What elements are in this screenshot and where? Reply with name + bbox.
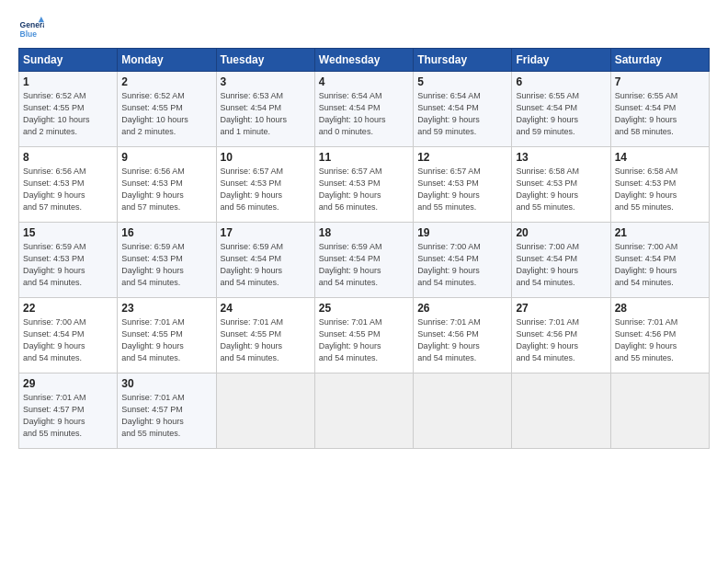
day-detail: Sunrise: 7:00 AM Sunset: 4:54 PM Dayligh… bbox=[516, 241, 606, 289]
day-detail: Sunrise: 6:58 AM Sunset: 4:53 PM Dayligh… bbox=[615, 166, 705, 213]
header: General Blue bbox=[18, 17, 710, 42]
day-detail: Sunrise: 7:01 AM Sunset: 4:57 PM Dayligh… bbox=[121, 392, 211, 440]
day-detail: Sunrise: 6:55 AM Sunset: 4:54 PM Dayligh… bbox=[615, 90, 705, 138]
day-cell bbox=[610, 373, 709, 449]
day-cell: 11Sunrise: 6:57 AM Sunset: 4:53 PM Dayli… bbox=[314, 147, 413, 223]
day-cell: 23Sunrise: 7:01 AM Sunset: 4:55 PM Dayli… bbox=[118, 298, 216, 373]
day-number: 20 bbox=[516, 226, 606, 239]
day-number: 27 bbox=[516, 302, 606, 315]
day-number: 18 bbox=[319, 226, 409, 239]
day-number: 19 bbox=[417, 226, 507, 239]
day-cell: 24Sunrise: 7:01 AM Sunset: 4:55 PM Dayli… bbox=[216, 298, 314, 373]
day-cell: 4Sunrise: 6:54 AM Sunset: 4:54 PM Daylig… bbox=[314, 72, 413, 147]
day-number: 1 bbox=[23, 75, 113, 88]
day-cell: 30Sunrise: 7:01 AM Sunset: 4:57 PM Dayli… bbox=[118, 373, 216, 449]
day-cell: 9Sunrise: 6:56 AM Sunset: 4:53 PM Daylig… bbox=[118, 147, 216, 223]
day-detail: Sunrise: 6:54 AM Sunset: 4:54 PM Dayligh… bbox=[417, 90, 507, 138]
week-row-4: 22Sunrise: 7:00 AM Sunset: 4:54 PM Dayli… bbox=[19, 298, 710, 373]
day-detail: Sunrise: 6:56 AM Sunset: 4:53 PM Dayligh… bbox=[23, 166, 113, 213]
day-number: 16 bbox=[121, 226, 211, 239]
day-number: 15 bbox=[23, 226, 113, 239]
logo: General Blue bbox=[18, 17, 48, 42]
day-cell bbox=[314, 373, 413, 449]
col-header-thursday: Thursday bbox=[414, 49, 512, 72]
day-cell: 16Sunrise: 6:59 AM Sunset: 4:53 PM Dayli… bbox=[118, 223, 216, 298]
week-row-3: 15Sunrise: 6:59 AM Sunset: 4:53 PM Dayli… bbox=[19, 223, 710, 298]
day-cell: 29Sunrise: 7:01 AM Sunset: 4:57 PM Dayli… bbox=[19, 373, 118, 449]
day-cell: 2Sunrise: 6:52 AM Sunset: 4:55 PM Daylig… bbox=[118, 72, 216, 147]
day-cell: 14Sunrise: 6:58 AM Sunset: 4:53 PM Dayli… bbox=[610, 147, 709, 223]
day-detail: Sunrise: 6:53 AM Sunset: 4:54 PM Dayligh… bbox=[221, 90, 311, 138]
day-detail: Sunrise: 7:01 AM Sunset: 4:55 PM Dayligh… bbox=[319, 316, 409, 364]
day-detail: Sunrise: 6:52 AM Sunset: 4:55 PM Dayligh… bbox=[121, 90, 211, 138]
col-header-monday: Monday bbox=[118, 49, 216, 72]
day-cell: 12Sunrise: 6:57 AM Sunset: 4:53 PM Dayli… bbox=[414, 147, 512, 223]
day-number: 8 bbox=[23, 151, 113, 164]
day-cell bbox=[216, 373, 314, 449]
day-cell: 25Sunrise: 7:01 AM Sunset: 4:55 PM Dayli… bbox=[314, 298, 413, 373]
day-number: 2 bbox=[121, 75, 211, 88]
day-number: 26 bbox=[417, 302, 507, 315]
day-detail: Sunrise: 7:01 AM Sunset: 4:56 PM Dayligh… bbox=[615, 316, 705, 364]
calendar-header: SundayMondayTuesdayWednesdayThursdayFrid… bbox=[19, 49, 710, 72]
day-number: 25 bbox=[319, 302, 409, 315]
day-cell: 15Sunrise: 6:59 AM Sunset: 4:53 PM Dayli… bbox=[19, 223, 118, 298]
day-number: 11 bbox=[319, 151, 409, 164]
day-number: 30 bbox=[121, 377, 211, 390]
day-detail: Sunrise: 6:57 AM Sunset: 4:53 PM Dayligh… bbox=[319, 166, 409, 213]
day-detail: Sunrise: 6:57 AM Sunset: 4:53 PM Dayligh… bbox=[221, 166, 311, 213]
day-number: 9 bbox=[121, 151, 211, 164]
day-detail: Sunrise: 6:54 AM Sunset: 4:54 PM Dayligh… bbox=[319, 90, 409, 138]
day-detail: Sunrise: 7:01 AM Sunset: 4:57 PM Dayligh… bbox=[23, 392, 113, 440]
day-number: 13 bbox=[516, 151, 606, 164]
col-header-sunday: Sunday bbox=[19, 49, 118, 72]
day-cell: 6Sunrise: 6:55 AM Sunset: 4:54 PM Daylig… bbox=[512, 72, 610, 147]
day-cell: 3Sunrise: 6:53 AM Sunset: 4:54 PM Daylig… bbox=[216, 72, 314, 147]
day-cell: 21Sunrise: 7:00 AM Sunset: 4:54 PM Dayli… bbox=[610, 223, 709, 298]
week-row-5: 29Sunrise: 7:01 AM Sunset: 4:57 PM Dayli… bbox=[19, 373, 710, 449]
day-detail: Sunrise: 6:59 AM Sunset: 4:54 PM Dayligh… bbox=[319, 241, 409, 289]
day-detail: Sunrise: 7:00 AM Sunset: 4:54 PM Dayligh… bbox=[417, 241, 507, 289]
svg-marker-2 bbox=[39, 17, 44, 22]
svg-text:Blue: Blue bbox=[20, 29, 38, 39]
day-detail: Sunrise: 6:59 AM Sunset: 4:53 PM Dayligh… bbox=[23, 241, 113, 289]
day-number: 3 bbox=[221, 75, 311, 88]
day-detail: Sunrise: 7:01 AM Sunset: 4:55 PM Dayligh… bbox=[221, 316, 311, 364]
day-cell: 22Sunrise: 7:00 AM Sunset: 4:54 PM Dayli… bbox=[19, 298, 118, 373]
day-detail: Sunrise: 6:56 AM Sunset: 4:53 PM Dayligh… bbox=[121, 166, 211, 213]
day-number: 24 bbox=[221, 302, 311, 315]
day-number: 28 bbox=[615, 302, 705, 315]
day-cell: 10Sunrise: 6:57 AM Sunset: 4:53 PM Dayli… bbox=[216, 147, 314, 223]
day-cell: 1Sunrise: 6:52 AM Sunset: 4:55 PM Daylig… bbox=[19, 72, 118, 147]
day-number: 10 bbox=[221, 151, 311, 164]
day-detail: Sunrise: 6:55 AM Sunset: 4:54 PM Dayligh… bbox=[516, 90, 606, 138]
day-cell: 20Sunrise: 7:00 AM Sunset: 4:54 PM Dayli… bbox=[512, 223, 610, 298]
day-detail: Sunrise: 6:59 AM Sunset: 4:54 PM Dayligh… bbox=[221, 241, 311, 289]
calendar-page: General Blue SundayMondayTuesdayWednesda… bbox=[0, 0, 728, 563]
day-cell bbox=[414, 373, 512, 449]
day-cell bbox=[512, 373, 610, 449]
day-number: 22 bbox=[23, 302, 113, 315]
day-number: 17 bbox=[221, 226, 311, 239]
day-cell: 27Sunrise: 7:01 AM Sunset: 4:56 PM Dayli… bbox=[512, 298, 610, 373]
col-header-friday: Friday bbox=[512, 49, 610, 72]
day-detail: Sunrise: 6:58 AM Sunset: 4:53 PM Dayligh… bbox=[516, 166, 606, 213]
day-detail: Sunrise: 7:00 AM Sunset: 4:54 PM Dayligh… bbox=[23, 316, 113, 364]
day-cell: 18Sunrise: 6:59 AM Sunset: 4:54 PM Dayli… bbox=[314, 223, 413, 298]
day-detail: Sunrise: 7:00 AM Sunset: 4:54 PM Dayligh… bbox=[615, 241, 705, 289]
day-cell: 7Sunrise: 6:55 AM Sunset: 4:54 PM Daylig… bbox=[610, 72, 709, 147]
day-number: 5 bbox=[417, 75, 507, 88]
day-number: 7 bbox=[615, 75, 705, 88]
day-detail: Sunrise: 6:59 AM Sunset: 4:53 PM Dayligh… bbox=[121, 241, 211, 289]
col-header-tuesday: Tuesday bbox=[216, 49, 314, 72]
day-cell: 19Sunrise: 7:00 AM Sunset: 4:54 PM Dayli… bbox=[414, 223, 512, 298]
logo-icon: General Blue bbox=[18, 17, 44, 42]
day-cell: 5Sunrise: 6:54 AM Sunset: 4:54 PM Daylig… bbox=[414, 72, 512, 147]
day-detail: Sunrise: 6:52 AM Sunset: 4:55 PM Dayligh… bbox=[23, 90, 113, 138]
day-number: 21 bbox=[615, 226, 705, 239]
day-number: 4 bbox=[319, 75, 409, 88]
day-cell: 8Sunrise: 6:56 AM Sunset: 4:53 PM Daylig… bbox=[19, 147, 118, 223]
day-number: 14 bbox=[615, 151, 705, 164]
day-detail: Sunrise: 7:01 AM Sunset: 4:56 PM Dayligh… bbox=[417, 316, 507, 364]
day-number: 29 bbox=[23, 377, 113, 390]
